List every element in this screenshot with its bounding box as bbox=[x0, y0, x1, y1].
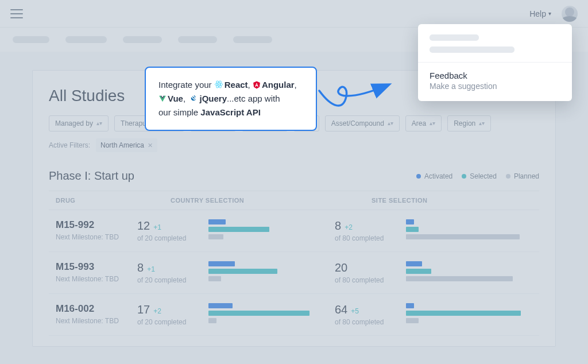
crumb-skeleton bbox=[123, 36, 162, 43]
crumb-skeleton bbox=[233, 36, 272, 43]
legend: Activated Selected Planned bbox=[416, 172, 539, 180]
sort-icon: ▴▾ bbox=[430, 121, 435, 126]
close-icon[interactable]: ✕ bbox=[148, 142, 153, 149]
country-bars bbox=[208, 219, 335, 242]
country-value: 12 bbox=[137, 219, 150, 233]
angular-icon bbox=[253, 81, 261, 89]
section-title: Phase I: Start up bbox=[49, 169, 134, 183]
drug-subtitle: Next Milestone: TBD bbox=[56, 317, 137, 325]
drug-subtitle: Next Milestone: TBD bbox=[56, 233, 137, 241]
topbar: Help▾ bbox=[0, 0, 588, 28]
drug-subtitle: Next Milestone: TBD bbox=[56, 275, 137, 283]
sort-icon: ▴▾ bbox=[96, 121, 102, 126]
filter-chip[interactable]: North America✕ bbox=[96, 138, 157, 152]
dot-planned-icon bbox=[506, 174, 510, 179]
hamburger-icon[interactable] bbox=[10, 9, 23, 18]
drug-name: M16-002 bbox=[56, 303, 137, 315]
site-value: 8 bbox=[335, 219, 341, 233]
help-menu[interactable]: Help▾ bbox=[529, 9, 551, 18]
table-row[interactable]: M15-992 Next Milestone: TBD 12+1 of 20 c… bbox=[49, 210, 539, 252]
dropdown-item-skeleton[interactable] bbox=[418, 24, 572, 63]
site-bars bbox=[406, 219, 532, 242]
svg-point-3 bbox=[218, 84, 219, 85]
site-completed: of 80 completed bbox=[335, 234, 398, 242]
crumb-skeleton bbox=[178, 36, 217, 43]
dropdown-item-subtitle: Make a suggestion bbox=[430, 82, 560, 91]
dot-activated-icon bbox=[416, 174, 421, 179]
country-value: 17 bbox=[137, 303, 150, 316]
table-row[interactable]: M15-993 Next Milestone: TBD 8+1 of 20 co… bbox=[49, 252, 539, 294]
site-value: 64 bbox=[335, 303, 347, 316]
site-bars bbox=[406, 303, 532, 326]
drug-name: M15-992 bbox=[56, 219, 137, 231]
site-delta: +5 bbox=[351, 307, 359, 315]
drug-name: M15-993 bbox=[56, 261, 137, 273]
country-delta: +1 bbox=[147, 265, 155, 273]
jquery-icon bbox=[190, 95, 198, 103]
active-filters-label: Active Filters: bbox=[49, 141, 90, 149]
table-row[interactable]: M16-002 Next Milestone: TBD 17+2 of 20 c… bbox=[49, 294, 539, 336]
col-country: COUNTRY SELECTION bbox=[171, 197, 372, 204]
site-value: 20 bbox=[335, 261, 347, 274]
country-completed: of 20 completed bbox=[137, 318, 200, 326]
table-header: DRUG COUNTRY SELECTION SITE SELECTION bbox=[49, 191, 539, 210]
country-completed: of 20 completed bbox=[137, 234, 200, 242]
dropdown-item-feedback[interactable]: Feedback Make a suggestion bbox=[418, 63, 572, 101]
avatar[interactable] bbox=[562, 6, 578, 22]
filter-area[interactable]: Area▴▾ bbox=[405, 115, 442, 131]
dropdown-item-title: Feedback bbox=[430, 71, 560, 80]
col-site: SITE SELECTION bbox=[372, 197, 532, 204]
site-completed: of 80 completed bbox=[335, 318, 398, 326]
filter-managed-by[interactable]: Managed by▴▾ bbox=[49, 115, 109, 131]
country-delta: +2 bbox=[153, 307, 161, 315]
help-dropdown: Feedback Make a suggestion bbox=[418, 24, 572, 101]
skeleton-line bbox=[430, 47, 514, 53]
site-delta: +2 bbox=[345, 223, 353, 231]
country-bars bbox=[208, 303, 335, 326]
vue-icon bbox=[158, 95, 167, 103]
site-completed: of 80 completed bbox=[335, 276, 398, 284]
country-value: 8 bbox=[137, 261, 144, 274]
sort-icon: ▴▾ bbox=[479, 121, 485, 126]
filter-region[interactable]: Region▴▾ bbox=[447, 115, 491, 131]
callout-tooltip: Integrate your React, Angular, Vue, jQue… bbox=[145, 67, 317, 131]
react-icon bbox=[214, 80, 223, 89]
skeleton-line bbox=[430, 34, 479, 41]
filter-asset-compound[interactable]: Asset/Compound▴▾ bbox=[325, 115, 400, 131]
chevron-down-icon: ▾ bbox=[548, 10, 551, 17]
sort-icon: ▴▾ bbox=[388, 121, 393, 126]
country-delta: +1 bbox=[153, 223, 161, 231]
crumb-skeleton bbox=[65, 36, 107, 43]
country-bars bbox=[208, 261, 335, 284]
dot-selected-icon bbox=[462, 174, 466, 179]
help-label: Help bbox=[529, 9, 546, 18]
country-completed: of 20 completed bbox=[137, 276, 200, 284]
site-bars bbox=[406, 261, 532, 284]
col-drug: DRUG bbox=[56, 197, 171, 204]
crumb-skeleton bbox=[13, 36, 49, 43]
